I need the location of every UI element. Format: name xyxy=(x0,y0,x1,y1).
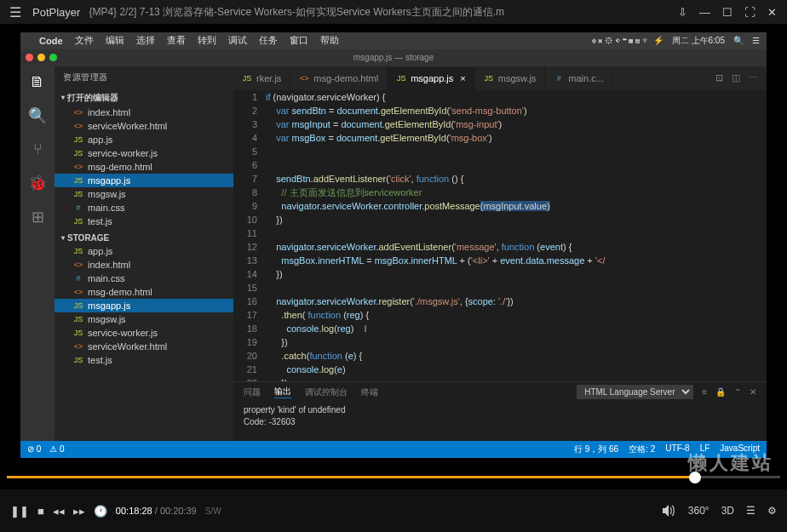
file-item[interactable]: JSmsgsw.js xyxy=(55,312,233,326)
menu-icon: ☰ xyxy=(752,36,760,45)
file-item[interactable]: JSmsgapp.js xyxy=(55,174,233,187)
file-item[interactable]: <>index.html xyxy=(55,106,233,119)
more-icon[interactable]: ⋯ xyxy=(749,72,758,83)
file-item[interactable]: <>serviceWorker.html xyxy=(55,119,233,133)
file-item[interactable]: JSapp.js xyxy=(55,244,233,258)
file-item[interactable]: <>index.html xyxy=(55,258,233,272)
status-encoding[interactable]: UTF-8 xyxy=(665,443,689,455)
file-icon: JS xyxy=(242,74,252,83)
menu-icon[interactable]: ☰ xyxy=(3,4,27,20)
activity-bar: 🗎 🔍 ⑂ 🐞 ⊞ xyxy=(20,66,55,441)
settings-icon[interactable]: ⚙ xyxy=(767,505,777,517)
split-icon[interactable]: ◫ xyxy=(732,72,740,83)
panel-tab-problems[interactable]: 问题 xyxy=(244,386,261,398)
file-icon: JS xyxy=(73,301,83,310)
traffic-close-icon xyxy=(26,54,33,61)
file-item[interactable]: JSservice-worker.js xyxy=(55,326,233,340)
close-icon[interactable]: ✕ xyxy=(767,6,777,19)
menu-file: 文件 xyxy=(75,34,94,47)
playlist-icon[interactable]: ☰ xyxy=(746,505,755,517)
editor-tabs: JSrker.js<>msg-demo.htmlJSmsgapp.js×JSms… xyxy=(233,66,767,90)
editor-tab[interactable]: JSmsgapp.js× xyxy=(388,66,475,90)
volume-icon[interactable] xyxy=(663,505,676,518)
file-name: msgapp.js xyxy=(88,300,130,311)
explorer-icon[interactable]: 🗎 xyxy=(30,73,45,91)
file-name: serviceWorker.html xyxy=(88,341,167,352)
panel-tab-debug[interactable]: 调试控制台 xyxy=(305,386,348,398)
status-warnings[interactable]: ⚠ 0 xyxy=(49,444,64,454)
file-item[interactable]: JSmsgsw.js xyxy=(55,187,233,201)
storage-title[interactable]: STORAGE xyxy=(55,232,233,244)
minimize-icon[interactable]: — xyxy=(699,6,710,19)
file-name: msgsw.js xyxy=(88,314,126,324)
file-icon: <> xyxy=(299,74,309,83)
status-cursor[interactable]: 行 9，列 66 xyxy=(574,443,618,455)
lock-icon[interactable]: 🔒 xyxy=(715,387,726,397)
debug-icon[interactable]: 🐞 xyxy=(28,174,47,192)
editor-tab[interactable]: #main.c... xyxy=(545,66,613,90)
file-item[interactable]: #main.css xyxy=(55,272,233,285)
file-item[interactable]: JSapp.js xyxy=(55,133,233,146)
git-icon[interactable]: ⑂ xyxy=(33,140,43,158)
file-item[interactable]: <>msg-demo.html xyxy=(55,160,233,174)
search-icon: 🔍 xyxy=(733,36,744,45)
fullscreen-icon[interactable]: ⛶ xyxy=(744,6,755,19)
search-icon[interactable]: 🔍 xyxy=(28,106,47,125)
file-item[interactable]: JStest.js xyxy=(55,353,233,367)
menu-help: 帮助 xyxy=(320,34,339,47)
output-channel-select[interactable]: HTML Language Server xyxy=(577,385,693,399)
status-errors[interactable]: ⊘ 0 xyxy=(27,444,41,454)
panel-tab-terminal[interactable]: 终端 xyxy=(361,386,378,398)
file-info: {MP4} 2/2] 7-13 浏览器存储-Service Workers-如何… xyxy=(80,5,678,20)
progress-thumb[interactable] xyxy=(689,472,701,483)
file-name: msg-demo.html xyxy=(88,162,152,172)
file-icon: JS xyxy=(73,315,83,323)
file-item[interactable]: JStest.js xyxy=(55,215,233,228)
pin-icon[interactable]: ⇩ xyxy=(678,6,687,19)
close-tab-icon[interactable]: × xyxy=(460,73,465,83)
editor-tab[interactable]: JSmsgsw.js xyxy=(475,66,546,90)
file-name: index.html xyxy=(88,107,130,117)
file-name: test.js xyxy=(88,355,112,365)
progress-bar[interactable] xyxy=(7,471,780,483)
file-item[interactable]: <>msg-demo.html xyxy=(55,285,233,299)
file-name: msg-demo.html xyxy=(88,287,152,297)
chevron-up-icon[interactable]: ⌃ xyxy=(734,387,741,397)
prev-button[interactable]: ◂◂ xyxy=(53,505,65,518)
filter-icon[interactable]: ≡ xyxy=(702,387,707,397)
next-button[interactable]: ▸▸ xyxy=(73,505,85,518)
file-icon: <> xyxy=(73,122,83,130)
file-item[interactable]: #main.css xyxy=(55,201,233,215)
player-controls: ❚❚ ■ ◂◂ ▸▸ 🕐 00:18:28 / 00:20:39 S/W 360… xyxy=(0,489,787,532)
file-item[interactable]: JSservice-worker.js xyxy=(55,146,233,160)
file-item[interactable]: JSmsgapp.js xyxy=(55,299,233,312)
file-icon: <> xyxy=(73,260,83,269)
stop-button[interactable]: ■ xyxy=(37,505,44,518)
file-icon: # xyxy=(73,203,83,212)
maximize-icon[interactable]: ☐ xyxy=(722,6,732,19)
clock-icon[interactable]: 🕐 xyxy=(94,505,107,518)
editor-tab[interactable]: <>msg-demo.html xyxy=(290,66,388,90)
deg-label[interactable]: 360° xyxy=(688,505,709,517)
extensions-icon[interactable]: ⊞ xyxy=(32,208,44,226)
pause-button[interactable]: ❚❚ xyxy=(10,505,29,518)
compare-icon[interactable]: ⊡ xyxy=(715,72,723,83)
file-icon: JS xyxy=(73,356,83,364)
app-title: PotPlayer xyxy=(27,6,80,19)
3d-label[interactable]: 3D xyxy=(721,505,734,517)
close-panel-icon[interactable]: ✕ xyxy=(750,387,756,397)
panel-tab-output[interactable]: 输出 xyxy=(274,386,291,398)
editor-tab[interactable]: JSrker.js xyxy=(233,66,290,90)
file-item[interactable]: <>serviceWorker.html xyxy=(55,340,233,353)
output-line: property 'kind' of undefined xyxy=(244,404,756,416)
tab-label: rker.js xyxy=(256,73,281,83)
code-content[interactable]: if (navigator.serviceWorker) { var sendB… xyxy=(266,90,767,381)
output-line: Code: -32603 xyxy=(244,416,756,428)
status-spaces[interactable]: 空格: 2 xyxy=(629,443,655,455)
open-editors-title[interactable]: 打开的编辑器 xyxy=(55,90,233,106)
file-icon: <> xyxy=(73,342,83,351)
current-time: 00:18:28 xyxy=(116,506,152,516)
menu-edit: 编辑 xyxy=(106,34,124,47)
video-area[interactable]: Code 文件 编辑 选择 查看 转到 调试 任务 窗口 帮助 ⊕ ⌘ ⚙ ◐ … xyxy=(0,24,787,466)
tab-label: msgsw.js xyxy=(498,73,537,83)
